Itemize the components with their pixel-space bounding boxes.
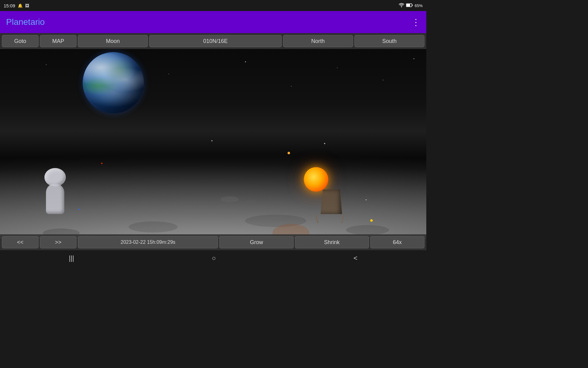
zoom-level-button[interactable]: 64x <box>370 236 424 248</box>
star-dot-1 <box>324 143 325 144</box>
status-time: 15:09 <box>4 3 15 8</box>
menu-dots-button[interactable]: ⋮ <box>412 17 420 27</box>
nav-menu-button[interactable]: ||| <box>60 252 83 265</box>
main-view[interactable] <box>0 49 426 239</box>
nav-home-button[interactable]: ○ <box>203 252 225 265</box>
south-button[interactable]: South <box>354 35 424 47</box>
yellow-marker-dot <box>370 219 373 222</box>
nav-back-button[interactable]: < <box>344 252 367 265</box>
star-dot-2 <box>211 140 213 141</box>
target-selector[interactable]: Moon <box>78 35 148 47</box>
status-bar: 15:09 🔔 🖼 65% <box>0 0 426 11</box>
astronaut-area <box>37 153 104 214</box>
notification-icon-1: 🔔 <box>18 3 23 8</box>
next-time-button[interactable]: >> <box>40 236 77 248</box>
star <box>383 80 383 80</box>
lunar-module-legs <box>316 213 347 223</box>
star <box>413 58 414 59</box>
bottom-toolbar: << >> 2023-02-22 15h:09m:29s Grow Shrink… <box>0 234 426 250</box>
lunar-module <box>316 186 347 223</box>
image-icon: 🖼 <box>25 3 29 8</box>
shrink-button[interactable]: Shrink <box>295 236 369 248</box>
star <box>46 64 47 65</box>
earth-globe <box>83 52 144 113</box>
star-dot-3 <box>366 199 367 200</box>
astronaut-figure <box>43 168 67 214</box>
grow-button[interactable]: Grow <box>219 236 293 248</box>
toolbar: Goto MAP Moon 010N/16E North South <box>0 33 426 49</box>
north-button[interactable]: North <box>283 35 353 47</box>
planet-dot-small <box>288 152 290 154</box>
nav-bar: ||| ○ < <box>0 250 426 266</box>
title-bar: Planetario ⋮ <box>0 11 426 33</box>
space-background <box>0 49 426 159</box>
map-button[interactable]: MAP <box>40 35 77 47</box>
star <box>168 74 169 74</box>
goto-button[interactable]: Goto <box>2 35 39 47</box>
battery-percent: 65% <box>415 3 423 8</box>
wifi-icon <box>399 3 404 8</box>
svg-rect-1 <box>406 4 410 6</box>
svg-rect-2 <box>412 5 413 6</box>
status-bar-right: 65% <box>399 3 423 8</box>
lunar-module-body <box>321 190 342 214</box>
app-title: Planetario <box>6 17 45 27</box>
datetime-display[interactable]: 2023-02-22 15h:09m:29s <box>78 236 218 248</box>
astronaut-body <box>46 183 64 214</box>
star <box>291 86 292 86</box>
star <box>245 61 246 62</box>
battery-icon <box>406 3 413 8</box>
status-bar-left: 15:09 🔔 🖼 <box>4 3 29 8</box>
prev-time-button[interactable]: << <box>2 236 39 248</box>
coordinates-display[interactable]: 010N/16E <box>149 35 281 47</box>
star <box>337 67 337 68</box>
